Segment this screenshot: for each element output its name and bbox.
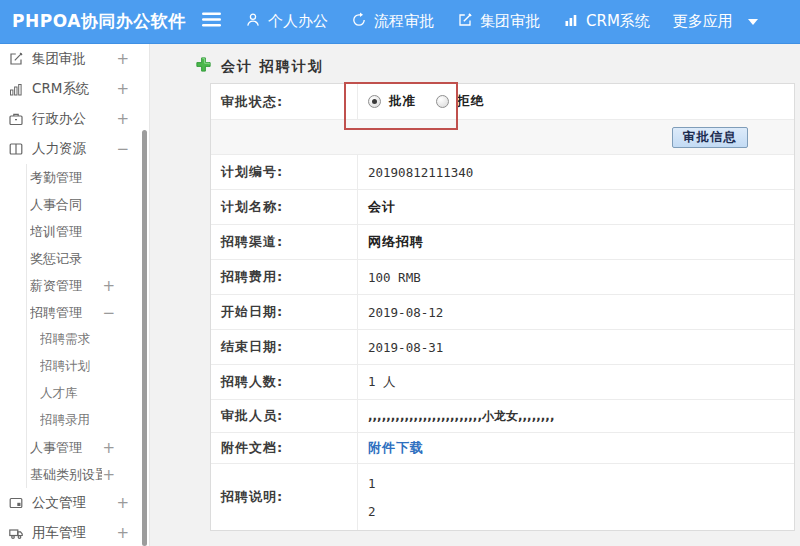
sidebar-item-salary[interactable]: 薪资管理 + xyxy=(27,272,149,299)
sidebar-item-admin-office[interactable]: 行政办公 + xyxy=(0,104,149,134)
nav-personal-office[interactable]: 个人办公 xyxy=(245,12,328,32)
expand-icon[interactable]: + xyxy=(102,277,115,295)
sidebar-scrollbar[interactable] xyxy=(142,130,147,546)
user-icon xyxy=(245,12,261,32)
approval-info-button[interactable]: 审批信息 xyxy=(672,127,748,148)
top-nav: 个人办公 流程审批 集团审批 CRM系统 更多应用 xyxy=(245,12,781,32)
sidebar-item-training[interactable]: 培训管理 xyxy=(27,218,149,245)
sidebar-item-group-approval[interactable]: 集团审批 + xyxy=(0,44,149,74)
field-label: 招聘人数: xyxy=(211,365,358,399)
detail-table: 审批状态: 批准 拒绝 xyxy=(210,83,795,531)
expand-icon[interactable]: + xyxy=(102,439,115,457)
row-approvers: 审批人员: ,,,,,,,,,,,,,,,,,,,,,,,,,小龙女,,,,,,… xyxy=(211,400,794,433)
field-label: 计划名称: xyxy=(211,190,358,224)
nav-crm-system[interactable]: CRM系统 xyxy=(563,12,650,32)
book-icon xyxy=(8,141,24,157)
sidebar-item-hr-contract[interactable]: 人事合同 xyxy=(27,191,149,218)
process-history-icon xyxy=(351,12,367,32)
radio-reject[interactable] xyxy=(436,95,449,108)
nav-process-approval[interactable]: 流程审批 xyxy=(351,12,434,32)
row-approval-info: 审批信息 xyxy=(211,120,794,155)
edit-icon xyxy=(457,12,473,32)
field-label: 结束日期: xyxy=(211,330,358,364)
sidebar-item-label: 行政办公 xyxy=(32,110,116,128)
bar-chart-icon xyxy=(8,81,24,97)
field-value: 2019-08-31 xyxy=(358,330,794,364)
app-logo: PHPOA协同办公软件 xyxy=(12,10,192,33)
sidebar-item-recruit-demand[interactable]: 招聘需求 xyxy=(27,326,149,353)
radio-label: 拒绝 xyxy=(457,93,484,110)
page-title: 会计 招聘计划 xyxy=(221,58,324,76)
sidebar-item-human-resources[interactable]: 人力资源 − xyxy=(0,134,149,164)
sidebar-item-recruit-hire[interactable]: 招聘录用 xyxy=(27,407,149,434)
sidebar-item-label: 培训管理 xyxy=(30,223,141,241)
row-plan-number: 计划编号: 20190812111340 xyxy=(211,155,794,190)
sidebar-item-label: 考勤管理 xyxy=(30,169,141,187)
field-value: 20190812111340 xyxy=(358,155,794,189)
field-value: 100 RMB xyxy=(358,260,794,294)
collapse-icon[interactable]: − xyxy=(116,140,129,158)
field-label: 招聘费用: xyxy=(211,260,358,294)
row-headcount: 招聘人数: 1 人 xyxy=(211,365,794,400)
sidebar-item-attendance[interactable]: 考勤管理 xyxy=(27,164,149,191)
truck-icon xyxy=(8,525,24,541)
sidebar-item-label: 基础类别设置 xyxy=(30,466,102,484)
nav-label: CRM系统 xyxy=(586,12,650,31)
row-approval-status: 审批状态: 批准 拒绝 xyxy=(211,84,794,120)
top-bar: PHPOA协同办公软件 个人办公 流程审批 集团审批 CRM系统 xyxy=(0,0,800,44)
approval-radio-group: 批准 拒绝 xyxy=(368,93,504,110)
sidebar-item-label: 招聘录用 xyxy=(40,412,141,429)
field-label: 审批状态: xyxy=(211,84,358,119)
sidebar-item-vehicle-mgmt[interactable]: 用车管理 + xyxy=(0,518,149,546)
field-value: 会计 xyxy=(358,190,794,224)
radio-approve[interactable] xyxy=(368,95,381,108)
sidebar-item-crm-system[interactable]: CRM系统 + xyxy=(0,74,149,104)
sidebar-item-recruitment[interactable]: 招聘管理 − xyxy=(27,299,149,326)
field-value: 审批信息 xyxy=(358,127,794,148)
sidebar-item-label: 人事管理 xyxy=(30,439,102,457)
expand-icon[interactable]: + xyxy=(116,494,129,512)
field-label: 计划编号: xyxy=(211,155,358,189)
expand-icon[interactable]: + xyxy=(102,466,115,484)
row-description: 招聘说明: 1 2 xyxy=(211,464,794,530)
field-value: 网络招聘 xyxy=(358,225,794,259)
sidebar-toggle-button[interactable] xyxy=(202,12,221,31)
sidebar-item-rewards[interactable]: 奖惩记录 xyxy=(27,245,149,272)
sidebar-item-base-category[interactable]: 基础类别设置 + xyxy=(27,461,149,488)
field-value: ,,,,,,,,,,,,,,,,,,,,,,,,,小龙女,,,,,,,, xyxy=(358,400,794,432)
nav-label: 集团审批 xyxy=(480,12,540,31)
row-recruit-cost: 招聘费用: 100 RMB xyxy=(211,260,794,295)
nav-label: 个人办公 xyxy=(268,12,328,31)
sidebar-item-document-mgmt[interactable]: 公文管理 + xyxy=(0,488,149,518)
sidebar-item-label: 公文管理 xyxy=(32,494,116,512)
field-label: 审批人员: xyxy=(211,400,358,432)
sidebar-item-label: 招聘管理 xyxy=(30,304,102,322)
plus-icon xyxy=(195,56,212,77)
expand-icon[interactable]: + xyxy=(116,110,129,128)
page-header: 会计 招聘计划 xyxy=(195,57,800,76)
field-value: 1 2 xyxy=(358,464,794,530)
attachment-download-link[interactable]: 附件下载 xyxy=(368,439,424,457)
sidebar-item-label: 奖惩记录 xyxy=(30,250,141,268)
sidebar-item-talent-pool[interactable]: 人才库 xyxy=(27,380,149,407)
row-plan-name: 计划名称: 会计 xyxy=(211,190,794,225)
field-label: 开始日期: xyxy=(211,295,358,329)
expand-icon[interactable]: + xyxy=(116,80,129,98)
sidebar-item-label: 招聘需求 xyxy=(40,331,141,348)
collapse-icon[interactable]: − xyxy=(102,304,115,322)
briefcase-icon xyxy=(8,111,24,127)
field-value: 1 人 xyxy=(358,365,794,399)
row-recruit-channel: 招聘渠道: 网络招聘 xyxy=(211,225,794,260)
expand-icon[interactable]: + xyxy=(116,524,129,542)
sidebar-item-label: 薪资管理 xyxy=(30,277,102,295)
field-label: 附件文档: xyxy=(211,433,358,463)
hr-submenu: 考勤管理 人事合同 培训管理 奖惩记录 薪资管理 + 招聘管理 − 招聘需求 xyxy=(26,164,149,488)
nav-group-approval[interactable]: 集团审批 xyxy=(457,12,540,32)
nav-more-apps[interactable]: 更多应用 xyxy=(673,12,758,31)
bar-chart-icon xyxy=(563,12,579,32)
sidebar-item-recruit-plan[interactable]: 招聘计划 xyxy=(27,353,149,380)
field-label: 招聘渠道: xyxy=(211,225,358,259)
hamburger-icon xyxy=(202,12,221,31)
sidebar-item-personnel[interactable]: 人事管理 + xyxy=(27,434,149,461)
expand-icon[interactable]: + xyxy=(116,50,129,68)
